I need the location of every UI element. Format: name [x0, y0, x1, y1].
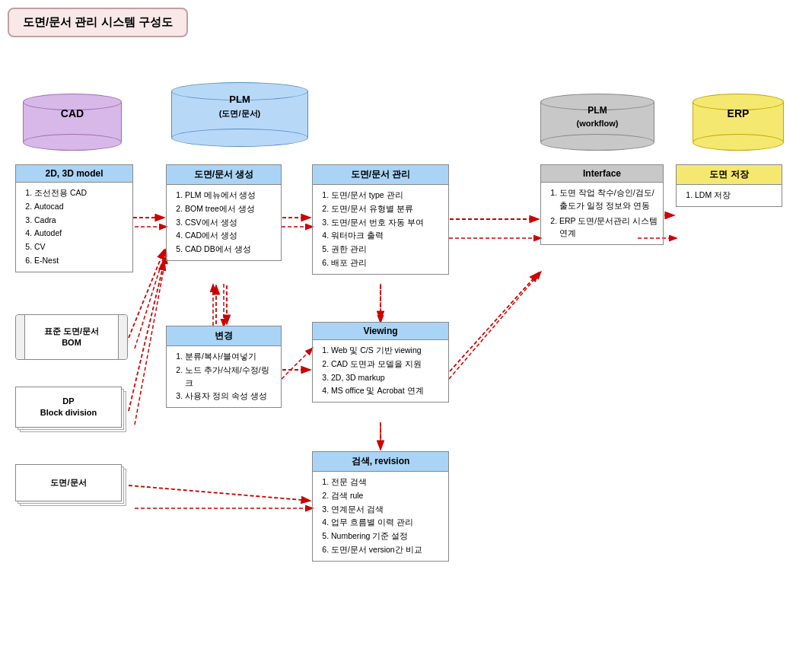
list-item: PLM 메뉴에서 생성 — [185, 189, 277, 202]
list-item: Autocad — [34, 200, 129, 213]
svg-line-27 — [129, 485, 310, 501]
list-item: MS office 및 Acrobat 연계 — [331, 384, 444, 397]
management-box: 도면/문서 관리 도면/문서 type 관리 도면/문서 유형별 분류 도면/문… — [312, 164, 449, 275]
list-item: 분류/복사/블여넣기 — [185, 350, 277, 363]
svg-line-8 — [135, 250, 166, 349]
creation-header: 도면/문서 생성 — [167, 165, 281, 185]
search-box: 검색, revision 전문 검색 검색 rule 연계문서 검색 업무 흐름… — [312, 451, 449, 562]
list-item: ERP 도면/문서관리 시스템 연계 — [559, 215, 659, 240]
cad-cylinder-label: CAD — [23, 107, 122, 119]
list-item: 워터마크 출력 — [331, 229, 444, 242]
cad-model-box: 2D, 3D model 조선전용 CAD Autocad Cadra Auto… — [15, 164, 133, 272]
management-body: 도면/문서 type 관리 도면/문서 유형별 분류 도면/문서 번호 자동 부… — [313, 185, 448, 274]
list-item: 조선전용 CAD — [34, 186, 129, 199]
svg-line-9 — [135, 257, 166, 425]
viewing-header: Viewing — [313, 323, 448, 340]
list-item: LDM 저장 — [695, 189, 778, 202]
page-title: 도면/문서 관리 시스템 구성도 — [8, 8, 188, 37]
dp-block-label: DPBlock division — [15, 387, 122, 428]
page-container: 도면/문서 관리 시스템 구성도 — [0, 0, 812, 662]
list-item: 도면/문서 type 관리 — [331, 189, 444, 202]
list-item: CV — [34, 240, 129, 253]
viewing-body: Web 및 C/S 기반 viewing CAD 도면과 모델을 지원 2D, … — [313, 340, 448, 402]
list-item: E-Nest — [34, 254, 129, 267]
search-header: 검색, revision — [313, 452, 448, 472]
svg-line-25 — [129, 250, 164, 338]
cad-model-header: 2D, 3D model — [16, 165, 132, 183]
change-box: 변경 분류/복사/블여넣기 노드 추가/삭제/수정/링크 사용자 정의 속성 생… — [166, 326, 282, 408]
plm-cylinder-label: PLM(도면/문서) — [171, 93, 308, 120]
doface-box: 도면/문서 — [15, 464, 128, 506]
plm-workflow-cylinder: PLM(workflow) — [540, 94, 654, 151]
cad-cylinder: CAD — [23, 94, 122, 151]
doface-label: 도면/문서 — [15, 464, 122, 501]
svg-line-26 — [129, 261, 164, 411]
list-item: 노드 추가/삭제/수정/링크 — [185, 364, 277, 390]
svg-line-24 — [450, 272, 539, 371]
erp-cylinder: ERP — [693, 94, 784, 151]
plm-cylinder: PLM(도면/문서) — [171, 82, 308, 147]
standard-bom-label: 표준 도면/문서BOM — [44, 326, 99, 349]
list-item: 도면/문서 version간 비교 — [331, 543, 444, 556]
list-item: Cadra — [34, 214, 129, 227]
plm-workflow-cylinder-label: PLM(workflow) — [540, 104, 654, 130]
list-item: 배포 관리 — [331, 256, 444, 269]
interface-body: 도면 작업 착수/승인/검도/출도가 일정 정보와 연동 ERP 도면/문서관리… — [541, 183, 663, 244]
list-item: 2D, 3D markup — [331, 371, 444, 384]
dp-block-box: DPBlock division — [15, 387, 128, 432]
list-item: CSV에서 생성 — [185, 216, 277, 229]
svg-line-4 — [282, 349, 312, 379]
interface-box: Interface 도면 작업 착수/승인/검도/출도가 일정 정보와 연동 E… — [540, 164, 664, 245]
list-item: 도면/문서 번호 자동 부여 — [331, 216, 444, 229]
storage-body: LDM 저장 — [677, 185, 782, 206]
creation-box: 도면/문서 생성 PLM 메뉴에서 생성 BOM tree에서 생성 CSV에서… — [166, 164, 282, 261]
svg-line-6 — [449, 272, 540, 379]
storage-box: 도면 저장 LDM 저장 — [676, 164, 782, 207]
management-header: 도면/문서 관리 — [313, 165, 448, 185]
list-item: CAD DB에서 생성 — [185, 243, 277, 256]
change-header: 변경 — [167, 326, 281, 346]
list-item: 권한 관리 — [331, 243, 444, 256]
list-item: 도면 작업 착수/승인/검도/출도가 일정 정보와 연동 — [559, 186, 659, 212]
list-item: Web 및 C/S 기반 viewing — [331, 344, 444, 357]
change-body: 분류/복사/블여넣기 노드 추가/삭제/수정/링크 사용자 정의 속성 생성 — [167, 346, 281, 407]
list-item: 업무 흐름별 이력 관리 — [331, 516, 444, 529]
list-item: 전문 검색 — [331, 476, 444, 489]
list-item: CAD에서 생성 — [185, 229, 277, 242]
standard-bom-box: 표준 도면/문서BOM — [15, 314, 128, 360]
list-item: 사용자 정의 속성 생성 — [185, 390, 277, 403]
erp-cylinder-label: ERP — [693, 107, 784, 119]
list-item: 도면/문서 유형별 분류 — [331, 202, 444, 215]
storage-header: 도면 저장 — [677, 165, 782, 185]
list-item: 연계문서 검색 — [331, 503, 444, 516]
creation-body: PLM 메뉴에서 생성 BOM tree에서 생성 CSV에서 생성 CAD에서… — [167, 185, 281, 260]
list-item: CAD 도면과 모델을 지원 — [331, 358, 444, 371]
cad-model-body: 조선전용 CAD Autocad Cadra Autodef CV E-Nest — [16, 183, 132, 272]
viewing-box: Viewing Web 및 C/S 기반 viewing CAD 도면과 모델을… — [312, 322, 449, 403]
list-item: 검색 rule — [331, 489, 444, 502]
list-item: Autodef — [34, 227, 129, 240]
search-body: 전문 검색 검색 rule 연계문서 검색 업무 흐름별 이력 관리 Numbe… — [313, 472, 448, 561]
list-item: BOM tree에서 생성 — [185, 202, 277, 215]
interface-header: Interface — [541, 165, 663, 183]
list-item: Numbering 기준 설정 — [331, 530, 444, 543]
